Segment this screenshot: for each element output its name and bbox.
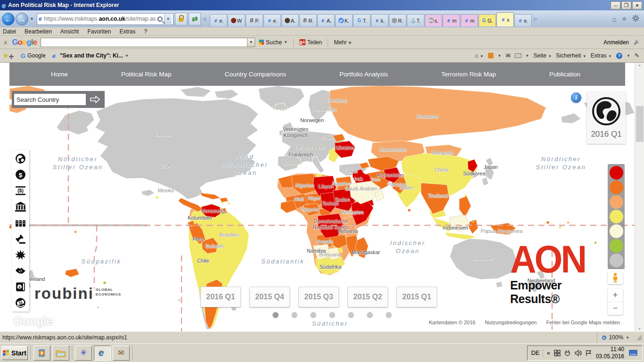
- browser-tab-13[interactable]: em: [443, 14, 460, 26]
- browser-tab-15[interactable]: GG.: [479, 14, 496, 26]
- volume-icon[interactable]: [575, 350, 582, 356]
- nav-political-risk-map[interactable]: Political Risk Map: [121, 71, 172, 78]
- menu-item-datei[interactable]: Datei: [3, 28, 16, 35]
- settings-gear-icon[interactable]: [632, 15, 639, 23]
- nav-country-comparisons[interactable]: Country Comparisons: [224, 71, 286, 78]
- search-go-button[interactable]: [88, 94, 102, 105]
- forward-button[interactable]: →: [16, 13, 28, 25]
- menu-item-extras[interactable]: Extras: [119, 28, 135, 35]
- currency-risk-icon[interactable]: $: [15, 169, 26, 181]
- safety-menu-button[interactable]: Sicherheit ▼: [556, 52, 586, 59]
- restore-button[interactable]: ❐: [621, 1, 631, 9]
- onenote-pen-icon[interactable]: ✎: [635, 52, 639, 59]
- print-icon[interactable]: [515, 53, 521, 58]
- search-country-input[interactable]: [14, 94, 86, 105]
- exchange-transfer-icon[interactable]: ($): [15, 185, 26, 197]
- address-bar[interactable]: e https://www.riskmaps.aon.co.uk/site/ma…: [37, 13, 173, 25]
- vertical-scrollbar[interactable]: ⌃ ⌄: [635, 63, 644, 331]
- zoom-out-button[interactable]: −: [608, 302, 623, 315]
- menu-item-bearbeiten[interactable]: Bearbeiten: [25, 28, 52, 35]
- quarter-button-2015-Q3[interactable]: 2015 Q3: [298, 287, 339, 307]
- report-error-link[interactable]: Fehler bei Google Maps melden: [545, 319, 621, 326]
- quarter-button-2015-Q4[interactable]: 2015 Q4: [249, 287, 290, 307]
- show-desktop-button[interactable]: [628, 347, 638, 359]
- counterparty-handshake-icon[interactable]: [15, 265, 26, 277]
- menu-item-favoriten[interactable]: Favoriten: [87, 28, 111, 35]
- google-search-button[interactable]: Suche▼: [255, 37, 291, 48]
- file-explorer-launcher[interactable]: [52, 346, 69, 361]
- back-button[interactable]: ←: [2, 13, 15, 25]
- scroll-up-icon[interactable]: ⌃: [635, 63, 644, 70]
- add-favorite-button[interactable]: ★➕: [3, 52, 14, 59]
- security-lock-button[interactable]: [175, 13, 187, 25]
- media-player-launcher[interactable]: [33, 346, 50, 361]
- browser-tab-1[interactable]: W: [228, 14, 245, 26]
- favorites-star-button[interactable]: ★: [621, 15, 627, 23]
- browser-tab-2[interactable]: BP.: [246, 14, 263, 26]
- menu-item-ansicht[interactable]: Ansicht: [60, 28, 79, 35]
- google-search-dropdown-icon[interactable]: ▼: [247, 38, 255, 47]
- map-area[interactable]: Nördlicher Stiller OzeanNord Atlantische…: [0, 86, 635, 331]
- minimize-button[interactable]: –: [611, 1, 620, 9]
- browser-tab-9[interactable]: ek.: [371, 14, 388, 26]
- mail-launcher[interactable]: ✉: [113, 346, 130, 361]
- app-starburst-launcher[interactable]: ✳: [75, 346, 92, 361]
- refresh-button[interactable]: ⇄: [189, 13, 201, 25]
- wrench-icon[interactable]: [633, 39, 640, 46]
- sovereign-nonpayment-icon[interactable]: $$: [15, 297, 26, 309]
- start-button[interactable]: Start: [1, 346, 28, 360]
- globe-icon[interactable]: [15, 153, 26, 165]
- terms-link[interactable]: Nutzungsbedingungen: [483, 319, 538, 326]
- browser-tab-0[interactable]: ee.: [210, 14, 227, 26]
- clock[interactable]: 11:4003.05.2016: [596, 346, 624, 360]
- read-mail-icon[interactable]: ✉: [505, 52, 510, 59]
- nav-terrorism-risk-map[interactable]: Terrorism Risk Map: [441, 71, 496, 78]
- pager-dot-5[interactable]: [367, 312, 373, 318]
- nav-home[interactable]: Home: [51, 71, 68, 78]
- political-violence-icon[interactable]: [15, 249, 26, 261]
- tab-overflow-icon[interactable]: ▷: [534, 16, 537, 21]
- resize-grip[interactable]: [636, 335, 642, 340]
- search-icon[interactable]: [157, 16, 163, 22]
- home-menu-button[interactable]: ⌂ ▼: [475, 52, 484, 59]
- pegman-button[interactable]: [608, 272, 623, 284]
- zoom-in-button[interactable]: +: [608, 288, 623, 302]
- browser-tab-4[interactable]: A.: [281, 14, 299, 26]
- windows-update-icon[interactable]: [554, 350, 561, 356]
- pager-dot-0[interactable]: [272, 312, 279, 318]
- favorite-google[interactable]: GGoogle: [21, 52, 46, 59]
- nav-publication[interactable]: Publication: [549, 71, 580, 78]
- home-button[interactable]: ⌂: [612, 15, 616, 23]
- close-button[interactable]: ×: [632, 1, 642, 9]
- browser-tab-11[interactable]: ⚓T.: [407, 14, 424, 26]
- quarter-button-2015-Q2[interactable]: 2015 Q2: [347, 287, 388, 307]
- zoom-control[interactable]: 100% ▼: [597, 332, 636, 343]
- nav-portfolio-analysis[interactable]: Portfolio Analysis: [339, 71, 388, 78]
- browser-tab-14[interactable]: em: [461, 14, 478, 26]
- internet-explorer-task[interactable]: e: [94, 346, 111, 361]
- address-dropdown-icon[interactable]: ▼: [164, 14, 172, 24]
- quarter-button-2015-Q1[interactable]: 2015 Q1: [396, 287, 437, 307]
- flag-icon[interactable]: [586, 350, 592, 356]
- pager-dot-2[interactable]: [310, 312, 316, 318]
- language-indicator[interactable]: DE: [531, 349, 543, 356]
- trade-embargo-icon[interactable]: [15, 217, 26, 229]
- period-panel[interactable]: 2016 Q1: [587, 91, 626, 144]
- recent-pages-dropdown-icon[interactable]: ▼: [30, 16, 34, 21]
- browser-tab-6[interactable]: eA.: [317, 14, 335, 26]
- info-button[interactable]: i: [571, 92, 581, 103]
- legal-regulatory-icon[interactable]: [15, 233, 26, 245]
- menu-item-help[interactable]: ?: [144, 28, 147, 35]
- vault-deposit-icon[interactable]: $: [15, 281, 26, 293]
- google-search-input[interactable]: ▼: [41, 38, 255, 47]
- google-signin-link[interactable]: Anmelden: [603, 39, 629, 46]
- help-icon[interactable]: ?: [616, 53, 622, 59]
- tab-scroll-left-icon[interactable]: ◁: [203, 16, 206, 21]
- toolbar-close-icon[interactable]: x: [4, 39, 7, 46]
- rss-feeds-icon[interactable]: [488, 53, 494, 58]
- pager-dot-3[interactable]: [329, 312, 335, 318]
- browser-tab-3[interactable]: ee.: [264, 14, 281, 26]
- browser-tab-10[interactable]: R.: [389, 14, 406, 26]
- page-menu-button[interactable]: Seite ▼: [533, 52, 552, 59]
- scroll-down-icon[interactable]: ⌄: [635, 324, 644, 331]
